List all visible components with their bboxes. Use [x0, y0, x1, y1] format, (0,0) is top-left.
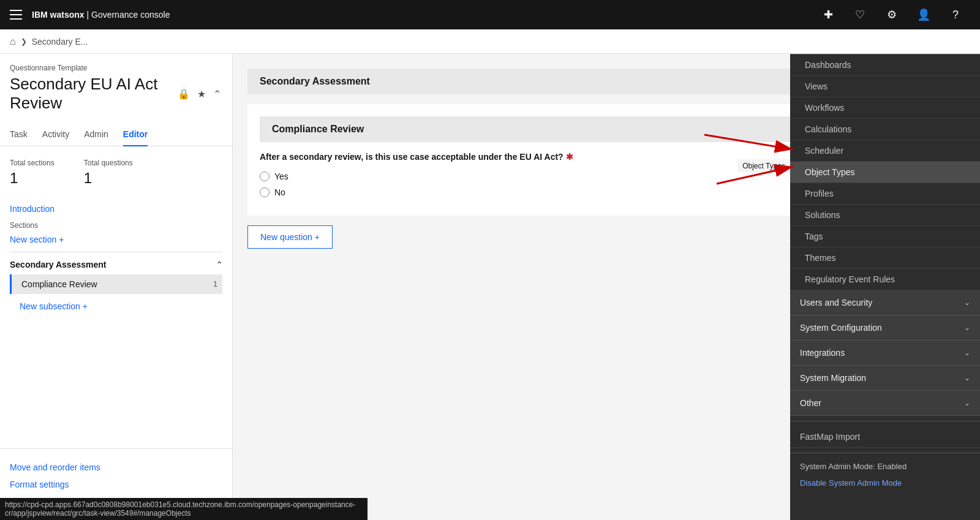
page-title-text: Secondary EU AI Act Review: [10, 75, 172, 113]
format-settings-link[interactable]: Format settings: [10, 476, 222, 493]
introduction-link[interactable]: Introduction: [10, 197, 222, 221]
topbar: IBM watsonx | Governance console ✚ ♡ ⚙ 👤…: [0, 0, 980, 29]
stat-sections-label: Total sections: [10, 159, 55, 167]
new-section-button[interactable]: New section +: [10, 235, 64, 244]
settings-icon-btn[interactable]: ⚙: [877, 0, 907, 29]
user-icon-btn[interactable]: 👤: [909, 0, 938, 29]
drawer-item-scheduler[interactable]: Scheduler: [790, 140, 980, 162]
drawer-item-profiles[interactable]: Profiles: [790, 183, 980, 205]
page-header: Questionnaire Template Secondary EU AI A…: [0, 54, 232, 113]
menu-icon[interactable]: [10, 9, 22, 21]
drawer-item-solutions[interactable]: Solutions: [790, 205, 980, 226]
drawer-integrations-chevron: ⌄: [964, 349, 970, 357]
stat-sections: Total sections 1: [10, 159, 55, 187]
radio-no-circle: [260, 187, 270, 197]
section-name: Secondary Assessment: [10, 260, 106, 269]
topbar-icons: ✚ ♡ ⚙ 👤 ?: [813, 0, 970, 29]
drawer-integrations-title: Integrations: [800, 348, 845, 358]
home-icon[interactable]: ⌂: [10, 36, 16, 47]
drawer-system-config-title: System Configuration: [800, 323, 882, 333]
drawer-item-calculations[interactable]: Calculations: [790, 119, 980, 140]
drawer-system-config-header[interactable]: System Configuration ⌄: [790, 315, 980, 341]
page-title: Secondary EU AI Act Review 🔒 ★ ⌃: [10, 75, 222, 113]
new-question-label: New question +: [260, 232, 320, 242]
right-drawer: Solution Configuration ⌃ Dashboards View…: [790, 29, 980, 520]
drawer-fastmap-import[interactable]: FastMap Import: [790, 426, 980, 448]
app-name: Governance console: [91, 10, 170, 20]
drawer-divider: [790, 421, 980, 421]
tab-activity[interactable]: Activity: [42, 123, 69, 146]
drawer-status-text: System Admin Mode: Enabled: [790, 458, 980, 475]
section-header[interactable]: Secondary Assessment ⌃: [10, 257, 222, 272]
stat-questions-label: Total questions: [84, 159, 133, 167]
brand-label: IBM watsonx | Governance console: [32, 10, 813, 20]
drawer-disable-admin-link[interactable]: Disable System Admin Mode: [790, 475, 980, 491]
drawer-item-tags[interactable]: Tags: [790, 226, 980, 247]
drawer-users-security-chevron: ⌄: [964, 298, 970, 307]
radio-yes-label: Yes: [274, 171, 288, 181]
drawer-other-title: Other: [800, 398, 821, 408]
template-label: Questionnaire Template: [10, 64, 222, 72]
drawer-item-dashboards[interactable]: Dashboards: [790, 55, 980, 76]
drawer-other-header[interactable]: Other ⌄: [790, 391, 980, 416]
tab-admin[interactable]: Admin: [84, 123, 108, 146]
drawer-integrations-header[interactable]: Integrations ⌄: [790, 341, 980, 366]
left-panel-scroll: Questionnaire Template Secondary EU AI A…: [0, 54, 232, 520]
breadcrumb-page[interactable]: Secondary E...: [32, 37, 88, 47]
breadcrumb-separator: ❯: [21, 37, 27, 46]
new-subsection-button[interactable]: New subsection +: [10, 296, 88, 316]
required-star: ✱: [566, 152, 573, 162]
collapse-icon-btn[interactable]: ⌃: [212, 87, 222, 101]
drawer-users-security-title: Users and Security: [800, 298, 872, 307]
drawer-item-workflows[interactable]: Workflows: [790, 97, 980, 119]
url-bar: https://cpd-cpd.apps.667ad0c0808b98001eb…: [0, 498, 368, 520]
radio-yes-circle: [260, 171, 270, 181]
stats-row: Total sections 1 Total questions 1: [0, 146, 232, 197]
new-question-button[interactable]: New question +: [247, 225, 333, 249]
drawer-item-views[interactable]: Views: [790, 76, 980, 97]
lock-icon-btn[interactable]: 🔒: [176, 87, 191, 101]
drawer-system-migration-title: System Migration: [800, 373, 866, 383]
drawer-item-themes[interactable]: Themes: [790, 247, 980, 269]
sections-area: Introduction Sections New section + Seco…: [0, 197, 232, 321]
tabs-bar: Task Activity Admin Editor: [0, 122, 232, 146]
drawer-divider-2: [790, 453, 980, 453]
tab-task[interactable]: Task: [10, 123, 28, 146]
drawer-solution-config-items: Dashboards Views Workflows Calculations …: [790, 55, 980, 290]
subsection-count: 1: [213, 280, 217, 288]
drawer-system-migration-chevron: ⌄: [964, 374, 970, 382]
subsection-item[interactable]: Compliance Review 1: [10, 274, 222, 294]
brand-name: IBM watsonx: [32, 10, 85, 20]
left-panel: Questionnaire Template Secondary EU AI A…: [0, 54, 233, 520]
breadcrumb: ⌂ ❯ Secondary E...: [0, 29, 980, 54]
drawer-system-config-chevron: ⌄: [964, 323, 970, 332]
drawer-users-security-header[interactable]: Users and Security ⌄: [790, 290, 980, 315]
tab-editor[interactable]: Editor: [123, 123, 148, 146]
radio-no-label: No: [274, 187, 285, 197]
drawer-item-regulatory-event-rules[interactable]: Regulatory Event Rules: [790, 269, 980, 290]
sections-label: Sections: [10, 221, 222, 230]
section-item: Secondary Assessment ⌃ Compliance Review…: [10, 252, 222, 321]
stat-questions-value: 1: [84, 170, 133, 187]
star-icon-btn[interactable]: ★: [196, 87, 207, 101]
stat-sections-value: 1: [10, 170, 55, 187]
stat-questions: Total questions 1: [84, 159, 133, 187]
section-collapse-icon: ⌃: [216, 260, 222, 269]
help-icon-btn[interactable]: ?: [941, 0, 970, 29]
drawer-item-object-types[interactable]: Object Types: [790, 162, 980, 183]
move-reorder-link[interactable]: Move and reorder items: [10, 459, 222, 476]
notification-icon-btn[interactable]: ♡: [845, 0, 875, 29]
brand-separator: |: [86, 10, 91, 20]
add-icon-btn[interactable]: ✚: [813, 0, 843, 29]
subsection-name: Compliance Review: [21, 279, 97, 289]
drawer-system-migration-header[interactable]: System Migration ⌄: [790, 366, 980, 391]
drawer-other-chevron: ⌄: [964, 399, 970, 407]
